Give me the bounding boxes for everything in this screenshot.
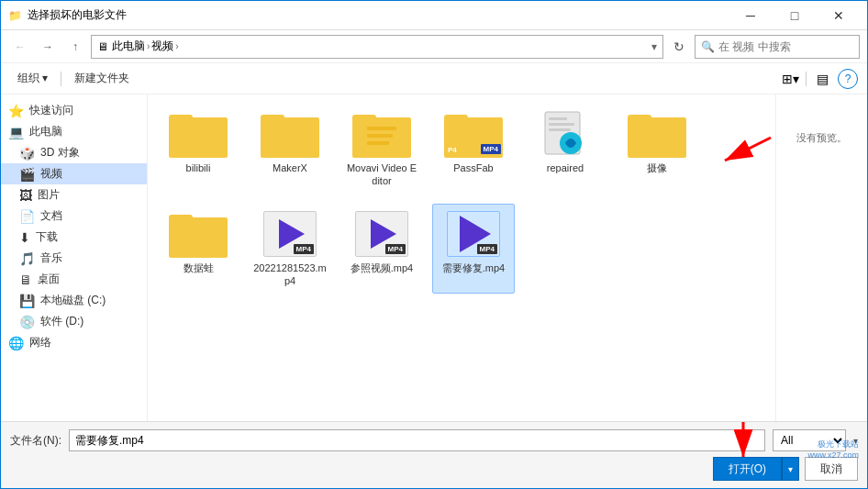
folder-icon-shujuwa	[169, 210, 228, 258]
help-button[interactable]: ?	[838, 69, 858, 89]
sidebar-item-downloads[interactable]: ⬇ 下载	[1, 227, 147, 248]
file-item-bilibili[interactable]: bilibili	[157, 104, 239, 194]
file-item-passfab[interactable]: MP4 P4 PassFab	[432, 104, 515, 194]
dialog-icon: 📁	[8, 9, 22, 22]
file-name-sheying: 摄像	[647, 161, 667, 174]
folder-icon-bilibili	[169, 110, 228, 158]
file-item-video2[interactable]: MP4 参照视频.mp4	[340, 204, 423, 295]
watermark-line2: www.x27.com	[807, 450, 859, 461]
watermark: 极光下载站 www.x27.com	[807, 439, 859, 461]
music-icon: 🎵	[19, 251, 35, 266]
sidebar-label-music: 音乐	[40, 250, 62, 266]
sidebar-item-local-disk[interactable]: 💾 本地磁盘 (C:)	[1, 290, 147, 311]
sidebar-label-documents: 文档	[40, 208, 62, 224]
software-icon: 💿	[19, 315, 35, 329]
filename-row: 文件名(N): All ▾	[10, 429, 858, 451]
sidebar-item-desktop[interactable]: 🖥 桌面	[1, 269, 147, 290]
buttons-row: 打开(O) ▾ 取消	[10, 457, 858, 481]
sidebar-item-3d[interactable]: 🎲 3D 对象	[1, 142, 147, 163]
bottom-bar: 文件名(N): All ▾ 打开(O) ▾ 取消	[1, 421, 867, 488]
video-icon-2: MP4	[352, 210, 411, 258]
svg-rect-11	[444, 115, 468, 126]
sidebar-label-quick-access: 快速访问	[29, 103, 73, 118]
breadcrumb-pc: 此电脑	[112, 39, 145, 54]
detail-view-button[interactable]: ▤	[810, 67, 834, 91]
sidebar-item-network[interactable]: 🌐 网络	[1, 332, 147, 353]
svg-rect-14	[549, 123, 574, 126]
svg-rect-18	[628, 115, 651, 126]
svg-rect-15	[549, 128, 571, 131]
action-separator	[61, 72, 61, 86]
file-name-repaired: repaired	[547, 161, 584, 174]
title-bar: 📁 选择损坏的电影文件 ─ □ ✕	[1, 1, 867, 30]
sidebar-item-quick-access[interactable]: ⭐ 快速访问	[1, 100, 147, 121]
open-dropdown-button[interactable]: ▾	[782, 457, 799, 481]
open-button[interactable]: 打开(O)	[713, 457, 782, 481]
file-item-shujuwa[interactable]: 数据蛙	[157, 204, 239, 295]
watermark-line1: 极光下载站	[807, 439, 859, 450]
file-item-movavi[interactable]: Movavi Video Editor	[340, 104, 423, 194]
refresh-button[interactable]: ↻	[667, 35, 691, 59]
filename-input[interactable]	[69, 429, 765, 451]
svg-rect-4	[261, 115, 284, 126]
folder-icon-passfab: MP4 P4	[444, 110, 503, 158]
network-icon: 🌐	[8, 336, 24, 350]
close-button[interactable]: ✕	[818, 5, 860, 27]
organize-button[interactable]: 组织 ▾	[10, 68, 55, 89]
svg-rect-9	[367, 141, 389, 145]
maximize-button[interactable]: □	[773, 5, 816, 27]
desktop-icon: 🖥	[19, 272, 32, 287]
sidebar-label-local-disk: 本地磁盘 (C:)	[40, 293, 106, 308]
documents-icon: 📄	[19, 209, 35, 224]
3d-icon: 🎲	[19, 146, 35, 161]
search-icon: 🔍	[701, 40, 715, 53]
sidebar-label-this-pc: 此电脑	[29, 124, 62, 139]
file-item-video3[interactable]: MP4 需要修复.mp4	[432, 204, 515, 295]
sidebar-label-videos: 视频	[40, 166, 62, 182]
quick-access-icon: ⭐	[8, 104, 24, 118]
sidebar-label-desktop: 桌面	[38, 272, 60, 287]
file-item-sheying[interactable]: 摄像	[616, 104, 698, 194]
view-toggle-button[interactable]: ⊞▾	[778, 67, 802, 91]
address-dropdown[interactable]: ▾	[651, 40, 657, 53]
sidebar-label-downloads: 下载	[36, 229, 58, 245]
address-bar[interactable]: 🖥 此电脑 › 视频 › ▾	[91, 35, 663, 59]
open-button-group: 打开(O) ▾	[713, 457, 799, 481]
folder-icon-movavi	[352, 110, 411, 158]
search-input[interactable]	[718, 40, 856, 53]
sidebar-label-3d: 3D 对象	[40, 145, 80, 161]
svg-rect-8	[367, 134, 393, 138]
local-disk-icon: 💾	[19, 294, 35, 308]
sidebar-item-videos[interactable]: 🎬 视频	[1, 163, 147, 184]
file-name-video1: 20221281523.mp4	[253, 261, 327, 288]
forward-button[interactable]: →	[36, 35, 60, 59]
sidebar: ⭐ 快速访问 💻 此电脑 🎲 3D 对象 🎬 视频 🖼 图片	[1, 94, 148, 421]
breadcrumb-sep1: ›	[147, 41, 150, 51]
up-button[interactable]: ↑	[63, 35, 87, 59]
preview-panel: 没有预览。	[775, 94, 867, 421]
breadcrumb-sep2: ›	[175, 41, 178, 51]
svg-rect-6	[352, 115, 376, 126]
sidebar-item-software[interactable]: 💿 软件 (D:)	[1, 311, 147, 332]
sidebar-item-pictures[interactable]: 🖼 图片	[1, 184, 147, 206]
back-button[interactable]: ←	[8, 35, 32, 59]
minimize-button[interactable]: ─	[729, 5, 772, 27]
dialog-title: 选择损坏的电影文件	[28, 7, 127, 23]
file-item-repaired[interactable]: repaired	[524, 104, 606, 194]
sidebar-label-software: 软件 (D:)	[40, 314, 83, 329]
sidebar-item-this-pc[interactable]: 💻 此电脑	[1, 121, 147, 142]
folder-icon-sheying	[628, 110, 686, 158]
downloads-icon: ⬇	[19, 230, 30, 245]
video-icon-3: MP4	[444, 210, 503, 258]
file-item-video1[interactable]: MP4 20221281523.mp4	[249, 204, 331, 295]
file-item-makerx[interactable]: MakerX	[249, 104, 331, 194]
this-pc-icon: 💻	[8, 125, 24, 139]
sidebar-item-documents[interactable]: 📄 文档	[1, 206, 147, 227]
filename-label: 文件名(N):	[10, 433, 61, 449]
file-name-makerx: MakerX	[273, 161, 307, 174]
svg-rect-20	[169, 215, 193, 226]
sidebar-item-music[interactable]: 🎵 音乐	[1, 248, 147, 269]
svg-rect-7	[367, 127, 396, 130]
new-folder-button[interactable]: 新建文件夹	[67, 68, 137, 89]
action-bar: 组织 ▾ 新建文件夹 ⊞▾ ▤ ?	[1, 63, 867, 94]
